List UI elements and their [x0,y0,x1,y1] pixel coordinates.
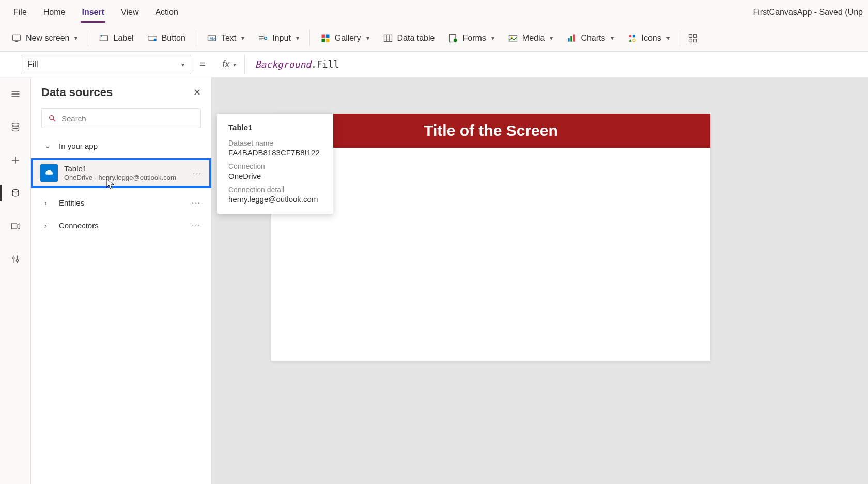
separator [680,30,680,46]
input-button[interactable]: Input ▾ [252,28,305,49]
svg-rect-15 [326,38,330,42]
svg-text:Abc: Abc [210,36,216,41]
menu-view[interactable]: View [113,0,147,25]
data-icon[interactable] [9,187,22,199]
svg-point-22 [454,38,457,42]
forms-label: Forms [462,34,486,43]
media-label: Media [522,34,545,43]
chevron-down-icon: ▾ [241,35,244,42]
charts-button[interactable]: Charts ▾ [560,28,619,49]
svg-line-51 [53,119,55,121]
menu-action[interactable]: Action [147,0,186,25]
svg-point-31 [632,39,635,41]
section-in-your-app[interactable]: ⌄ In your app [31,134,211,157]
data-source-item-table1[interactable]: Table1 OneDrive - henry.legge@outlook.co… [31,158,211,188]
separator [88,30,88,46]
search-input[interactable] [61,114,194,123]
more-icon[interactable]: ··· [192,198,201,207]
icons-icon [627,33,638,43]
svg-rect-45 [11,224,17,229]
canvas[interactable]: Title of the Screen [271,114,710,361]
tooltip-title: Table1 [228,123,322,132]
svg-rect-0 [13,35,21,40]
text-button[interactable]: Abc Text ▾ [200,28,251,49]
new-screen-button[interactable]: New screen ▾ [5,28,84,49]
svg-rect-1 [16,41,18,41]
label-label: Label [113,34,133,43]
svg-point-40 [12,126,19,129]
svg-rect-14 [321,38,325,42]
ribbon: New screen ▾ Label Button Abc Text ▾ Inp… [0,25,868,52]
formula-property: .Fill [311,59,339,70]
forms-icon [448,33,458,43]
svg-rect-26 [571,36,572,41]
svg-point-50 [50,116,54,120]
section-connectors[interactable]: › Connectors ··· [31,214,211,237]
chevron-down-icon: ▾ [491,35,494,42]
data-table-button[interactable]: Data table [377,28,441,49]
onedrive-icon [40,164,58,182]
label-button[interactable]: Label [92,28,140,49]
grid-button[interactable] [685,28,701,49]
chevron-down-icon: ▾ [667,35,670,42]
property-selector[interactable]: Fill ▾ [21,55,191,74]
charts-icon [566,33,577,43]
icons-button[interactable]: Icons ▾ [621,28,676,49]
tooltip-dataset-label: Dataset name [228,139,322,147]
media-button[interactable]: Media ▾ [502,28,560,49]
fx-button[interactable]: fx ▾ [214,55,245,74]
hamburger-icon[interactable] [9,88,22,100]
svg-rect-29 [632,35,635,37]
label-icon [99,33,109,43]
button-label: Button [162,34,185,43]
svg-point-49 [16,259,18,261]
chevron-right-icon: › [44,221,52,230]
svg-rect-12 [321,34,325,38]
menu-insert[interactable]: Insert [73,0,113,25]
svg-point-41 [12,129,19,131]
fx-label: fx [222,59,229,70]
panel-title: Data sources [41,86,113,99]
property-name: Fill [27,60,38,69]
chevron-down-icon: ▾ [366,35,369,42]
chevron-down-icon: ⌄ [44,141,52,150]
gallery-button[interactable]: Gallery ▾ [314,28,376,49]
data-source-text: Table1 OneDrive - henry.legge@outlook.co… [64,164,176,182]
grid-icon [688,33,698,43]
section-label: Entities [59,198,84,207]
separator [196,30,196,46]
tooltip-detail-label: Connection detail [228,185,322,194]
more-icon[interactable]: ··· [192,221,201,229]
chevron-right-icon: › [44,198,52,207]
screen-title-label[interactable]: Title of the Screen [271,114,710,148]
icons-label: Icons [642,34,661,43]
svg-point-11 [265,37,267,39]
tree-view-icon[interactable] [9,121,22,133]
data-source-sub: OneDrive - henry.legge@outlook.com [64,174,176,182]
button-button[interactable]: Button [141,28,192,49]
section-label: Connectors [59,221,99,230]
insert-icon[interactable] [9,154,22,166]
close-icon[interactable]: ✕ [193,87,201,98]
section-entities[interactable]: › Entities ··· [31,191,211,214]
button-icon [147,33,158,43]
media-nav-icon[interactable] [9,220,22,232]
more-icon[interactable]: ··· [193,169,202,177]
charts-label: Charts [581,34,605,43]
data-sources-panel: Data sources ✕ ⌄ In your app Table1 OneD… [31,77,212,484]
chevron-down-icon: ▾ [550,35,553,42]
formula-bar: Fill ▾ = fx ▾ Background.Fill [0,52,868,77]
tools-icon[interactable] [9,253,22,266]
tooltip-connection-value: OneDrive [228,171,322,180]
gallery-label: Gallery [335,34,361,43]
menu-file[interactable]: File [5,0,35,25]
chevron-down-icon: ▾ [233,61,236,68]
menu-home[interactable]: Home [35,0,74,25]
formula-input[interactable]: Background.Fill [250,59,863,70]
text-icon: Abc [207,33,217,43]
search-box[interactable] [41,108,201,128]
search-icon [48,114,56,122]
forms-button[interactable]: Forms ▾ [442,28,500,49]
tooltip-connection-label: Connection [228,162,322,170]
svg-point-5 [153,38,156,41]
